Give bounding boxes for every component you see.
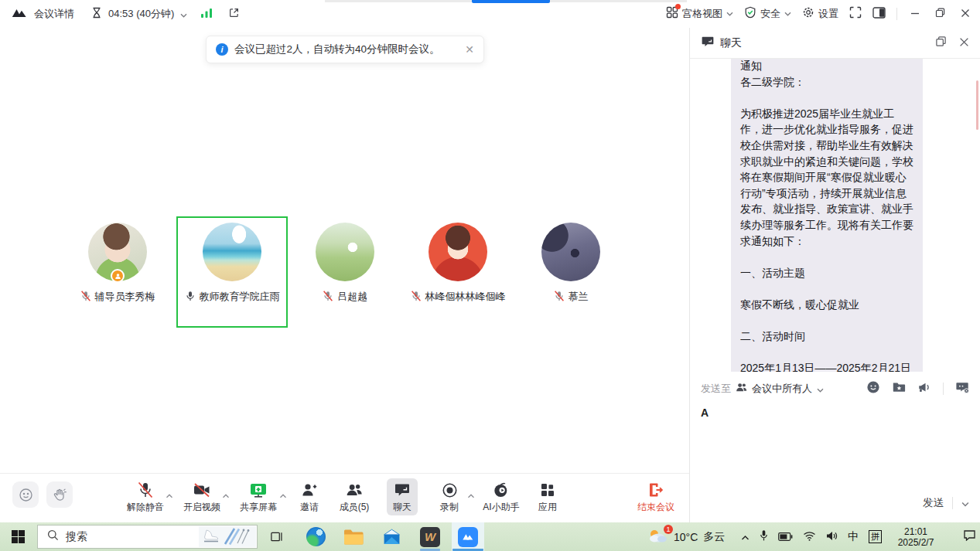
send-to-chevron-icon[interactable] — [817, 382, 824, 396]
search-highlight-image[interactable] — [199, 526, 256, 547]
megaphone-icon[interactable] — [917, 380, 931, 397]
participant-tile[interactable]: 辅导员李秀梅 — [62, 216, 173, 328]
security-button[interactable]: 安全 — [744, 6, 791, 22]
system-tray: 中 拼 21:01 2025/2/7 — [741, 522, 980, 551]
taskbar-wps-icon[interactable]: W — [415, 522, 446, 551]
search-placeholder: 搜索 — [66, 530, 87, 544]
taskbar-clock[interactable]: 21:01 2025/2/7 — [892, 526, 940, 548]
grid-view-icon — [666, 6, 678, 22]
notification-dot — [675, 4, 681, 9]
top-drag-handle[interactable] — [472, 0, 550, 3]
record-options-chevron-icon[interactable] — [468, 488, 475, 502]
taskbar-edge-icon[interactable] — [300, 522, 331, 551]
task-view-button[interactable] — [263, 522, 289, 551]
raise-hand-button[interactable] — [46, 481, 73, 508]
hidden-icons-chevron-icon[interactable] — [741, 530, 750, 544]
taskbar-file-explorer-icon[interactable] — [338, 522, 369, 551]
record-button[interactable]: 录制 — [434, 478, 465, 515]
start-button[interactable] — [0, 522, 36, 551]
meeting-details-button[interactable]: 会议详情 — [34, 7, 74, 21]
emoji-icon[interactable] — [866, 380, 880, 397]
send-options-chevron-icon[interactable] — [961, 496, 969, 510]
file-folder-icon[interactable] — [892, 380, 906, 397]
action-center-icon[interactable] — [963, 529, 980, 544]
participant-tile[interactable]: 吕超越 — [289, 216, 401, 328]
chevron-down-icon — [726, 12, 733, 16]
weather-condition: 多云 — [703, 530, 725, 544]
network-signal-icon[interactable] — [201, 7, 213, 21]
popout-window-icon[interactable] — [228, 7, 240, 22]
tray-battery-icon[interactable] — [778, 530, 793, 544]
minimize-button[interactable] — [908, 7, 922, 21]
send-button[interactable]: 发送 — [923, 496, 944, 510]
send-to-selector[interactable]: 会议中所有人 — [752, 382, 812, 396]
view-mode-button[interactable]: 宫格视图 — [666, 6, 733, 22]
timer-chevron-down-icon[interactable] — [180, 7, 187, 21]
taskbar-search-box[interactable]: 搜索 — [37, 525, 258, 549]
meeting-app-window: 会议详情 04:53 (40分钟) — [0, 0, 980, 551]
video-options-chevron-icon[interactable] — [223, 488, 230, 502]
windows-taskbar: 搜索 — [0, 522, 980, 551]
tray-wifi-icon[interactable] — [803, 530, 816, 544]
mic-active-icon — [185, 291, 196, 304]
chat-panel-title: 聊天 — [720, 36, 742, 50]
avatar — [316, 223, 374, 281]
taskbar-meeting-icon[interactable] — [452, 522, 484, 551]
chat-input[interactable]: A — [701, 406, 709, 419]
avatar — [541, 223, 600, 281]
unmute-options-chevron-icon[interactable] — [166, 488, 173, 502]
participant-name: 慕兰 — [569, 290, 589, 304]
members-button[interactable]: 成员(5) — [333, 478, 376, 515]
participant-tile[interactable]: 林峰個林林峰個峰 — [402, 216, 514, 328]
ime-language-button[interactable]: 中 — [848, 530, 859, 544]
chat-message-bubble: 通知 各二级学院： 为积极推进2025届毕业生就业工作，进一步优化就业指导服务，… — [731, 59, 923, 372]
mic-muted-icon — [323, 291, 333, 304]
screen-share-icon — [249, 481, 268, 499]
chat-scrollbar[interactable] — [976, 80, 978, 130]
banner-close-icon[interactable]: ✕ — [465, 43, 474, 56]
clock-time: 21:01 — [892, 526, 940, 537]
meeting-timer[interactable]: 04:53 (40分钟) — [108, 7, 174, 21]
camera-off-icon — [193, 481, 211, 499]
invite-button[interactable]: 邀请 — [294, 478, 325, 515]
settings-button[interactable]: 设置 — [802, 6, 838, 22]
taskbar-mail-icon[interactable] — [376, 522, 407, 551]
unmute-button[interactable]: 解除静音 — [121, 478, 170, 515]
ai-assistant-icon — [493, 481, 510, 499]
apps-button[interactable]: 应用 — [532, 478, 563, 515]
end-meeting-button[interactable]: 结束会议 — [631, 478, 681, 515]
tray-microphone-icon[interactable] — [760, 529, 768, 545]
ime-mode-button[interactable]: 拼 — [869, 530, 882, 543]
gear-icon — [802, 6, 814, 22]
side-panel-toggle-icon[interactable] — [872, 7, 886, 22]
close-window-button[interactable] — [958, 7, 972, 21]
restore-window-button[interactable] — [933, 7, 948, 21]
close-panel-icon[interactable] — [959, 36, 969, 50]
titlebar: 会议详情 04:53 (40分钟) — [0, 0, 980, 28]
share-options-chevron-icon[interactable] — [280, 488, 287, 502]
ai-assistant-button[interactable]: AI小助手 — [476, 478, 525, 515]
tray-volume-icon[interactable] — [826, 530, 838, 544]
chat-settings-icon[interactable] — [955, 380, 970, 397]
chat-message-list[interactable]: 通知 各二级学院： 为积极推进2025届毕业生就业工作，进一步优化就业指导服务，… — [690, 59, 980, 372]
mic-muted-icon — [80, 291, 91, 304]
mic-muted-icon — [137, 481, 154, 499]
weather-cloud-icon: 1 — [648, 528, 668, 546]
invite-person-icon — [301, 481, 318, 499]
fullscreen-icon[interactable] — [849, 6, 862, 22]
start-video-button[interactable]: 开启视频 — [177, 478, 227, 515]
taskbar-weather-widget[interactable]: 1 10°C 多云 — [648, 522, 725, 551]
divider — [943, 383, 944, 395]
popout-panel-icon[interactable] — [935, 36, 947, 50]
chat-button[interactable]: 聊天 — [387, 478, 418, 515]
record-icon — [442, 481, 458, 499]
divider — [952, 497, 953, 509]
participant-tile[interactable]: 教师教育学院庄雨 — [176, 216, 288, 328]
participant-tile[interactable]: 慕兰 — [515, 216, 627, 328]
participant-name: 辅导员李秀梅 — [95, 290, 155, 304]
meeting-toolbar: 解除静音 开启视频 共享屏幕 邀请 — [0, 473, 689, 522]
mic-muted-icon — [554, 291, 565, 304]
share-screen-button[interactable]: 共享屏幕 — [234, 478, 283, 515]
emoji-reaction-button[interactable] — [12, 481, 39, 508]
mic-muted-icon — [411, 291, 422, 304]
